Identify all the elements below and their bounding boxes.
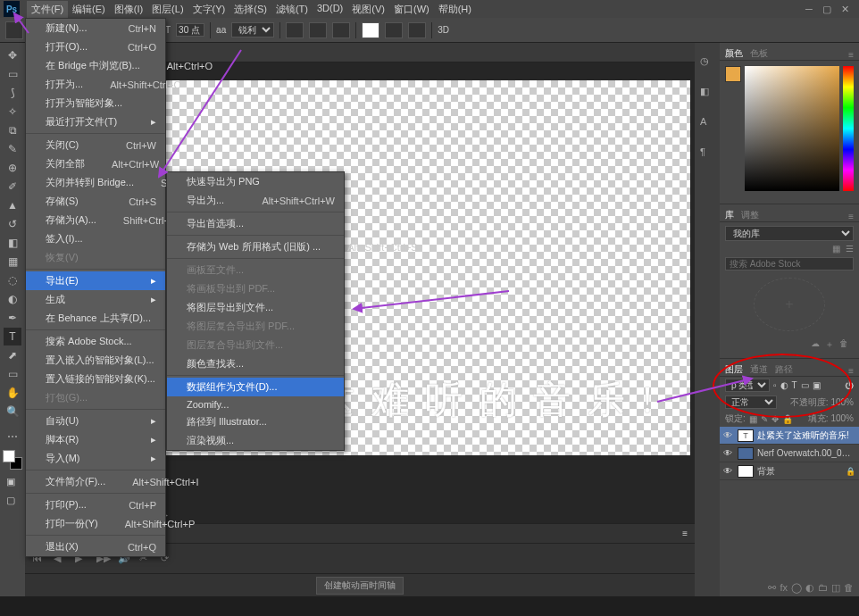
lib-cloud-icon[interactable]: ☁ xyxy=(811,338,820,351)
library-select[interactable]: 我的库 xyxy=(725,226,854,241)
zoom-tool[interactable]: 🔍 xyxy=(4,403,21,420)
lock-transparent-icon[interactable]: ▦ xyxy=(749,414,757,424)
menu-item[interactable]: 颜色查找表... xyxy=(167,354,344,373)
fg-color-swatch[interactable] xyxy=(725,66,741,82)
visibility-toggle-icon[interactable]: 👁 xyxy=(723,430,734,440)
menu-item[interactable]: 打开为...Alt+Shift+Ctrl+O xyxy=(26,75,165,94)
layer-filter-type[interactable]: ρ 类型 xyxy=(725,379,770,392)
menu-item[interactable]: 数据组作为文件(D)... xyxy=(167,378,344,396)
layer-row[interactable]: 👁T赴紧关了这难听的音乐! xyxy=(720,427,859,445)
layers-panel-menu-icon[interactable]: ≡ xyxy=(848,366,854,376)
healing-tool[interactable]: ⊕ xyxy=(4,159,21,177)
lib-search-input[interactable] xyxy=(725,257,854,271)
menu-item[interactable]: 脚本(R)▸ xyxy=(26,430,165,449)
filter-pixel-icon[interactable]: ▫ xyxy=(773,380,777,390)
edit-toolbar-icon[interactable]: ⋯ xyxy=(4,428,21,445)
menu-item[interactable]: 最近打开文件(T)▸ xyxy=(26,112,165,131)
properties-panel-icon[interactable]: ◧ xyxy=(700,86,714,100)
menu-item[interactable]: 导出为...Alt+Shift+Ctrl+W xyxy=(167,191,344,210)
paths-tab[interactable]: 路径 xyxy=(775,363,793,376)
layer-name[interactable]: 背景 xyxy=(757,465,842,478)
visibility-toggle-icon[interactable]: 👁 xyxy=(723,466,734,476)
menu-item[interactable]: 关闭并转到 Bridge...Shift+Ctrl+W xyxy=(26,173,165,192)
visibility-toggle-icon[interactable]: 👁 xyxy=(723,448,734,458)
antialias-select[interactable]: 锐利 xyxy=(231,22,274,37)
fill-value[interactable]: 100% xyxy=(830,413,854,423)
rect-marquee-tool[interactable]: ▭ xyxy=(4,65,21,83)
menu-item[interactable]: 打印(P)...Ctrl+P xyxy=(26,495,165,514)
menu-item[interactable]: 导出首选项... xyxy=(167,214,344,233)
menu-编辑[interactable]: 编辑(E) xyxy=(68,1,110,18)
channels-tab[interactable]: 通道 xyxy=(750,363,768,376)
character-panel-button[interactable] xyxy=(408,22,426,38)
gradient-tool[interactable]: ▦ xyxy=(4,253,21,271)
screen-mode-toggle[interactable]: ▢ xyxy=(6,495,19,507)
create-timeline-button[interactable]: 创建帧动画时间轴 xyxy=(316,577,404,595)
menu-item[interactable]: 在 Behance 上共享(D)... xyxy=(26,309,165,328)
menu-item[interactable]: 存储为(A)...Shift+Ctrl+S xyxy=(26,211,165,229)
menu-item[interactable]: 退出(X)Ctrl+Q xyxy=(26,537,165,556)
menu-item[interactable]: 打开为智能对象... xyxy=(26,94,165,112)
rectangle-tool[interactable]: ▭ xyxy=(4,365,21,383)
color-field[interactable] xyxy=(745,66,839,191)
menu-item[interactable]: 渲染视频... xyxy=(167,431,344,450)
menu-文字[interactable]: 文字(Y) xyxy=(188,1,230,18)
menu-滤镜[interactable]: 滤镜(T) xyxy=(271,1,313,18)
color-tab[interactable]: 颜色 xyxy=(725,47,743,60)
align-left-button[interactable] xyxy=(286,22,304,38)
menu-item[interactable]: 在 Bridge 中浏览(B)...Alt+Ctrl+O xyxy=(26,56,165,75)
filter-adj-icon[interactable]: ◐ xyxy=(780,380,788,390)
threeD-button[interactable]: 3D xyxy=(438,25,449,35)
menu-选择[interactable]: 选择(S) xyxy=(229,1,271,18)
link-layers-icon[interactable]: ⚯ xyxy=(768,582,776,594)
tool-preset-icon[interactable] xyxy=(5,21,23,39)
menu-item[interactable]: 将图层导出到文件... xyxy=(167,298,344,317)
lib-panel-menu-icon[interactable]: ≡ xyxy=(848,212,854,221)
lib-add-icon[interactable]: ＋ xyxy=(825,338,834,351)
hue-slider[interactable] xyxy=(843,66,854,191)
menu-图像[interactable]: 图像(I) xyxy=(110,1,147,18)
menu-item[interactable]: 存储为 Web 所用格式 (旧版) ...Alt+Shift+Ctrl+S xyxy=(167,237,344,256)
menu-item[interactable]: 签入(I)... xyxy=(26,229,165,248)
menu-item[interactable]: 新建(N)...Ctrl+N xyxy=(26,19,165,37)
lock-all-icon[interactable]: 🔒 xyxy=(782,414,793,424)
menu-图层[interactable]: 图层(L) xyxy=(147,1,188,18)
filter-text-icon[interactable]: T xyxy=(792,380,797,390)
menu-item[interactable]: 自动(U)▸ xyxy=(26,412,165,430)
menu-item[interactable]: 导入(M)▸ xyxy=(26,449,165,468)
filter-shape-icon[interactable]: ▭ xyxy=(801,380,809,390)
hand-tool[interactable]: ✋ xyxy=(4,384,21,402)
eyedropper-tool[interactable]: ✎ xyxy=(4,140,21,158)
history-panel-icon[interactable]: ◷ xyxy=(700,55,714,70)
character-panel-icon[interactable]: A xyxy=(700,116,714,130)
lib-add-placeholder[interactable]: + xyxy=(754,278,825,331)
layer-group-icon[interactable]: 🗀 xyxy=(818,582,828,594)
menu-item[interactable]: 路径到 Illustrator... xyxy=(167,412,344,431)
filter-toggle[interactable]: ⏻ xyxy=(845,380,854,390)
eraser-tool[interactable]: ◧ xyxy=(4,234,21,252)
menu-视图[interactable]: 视图(V) xyxy=(347,1,389,18)
clone-stamp-tool[interactable]: ▲ xyxy=(4,196,21,214)
color-swatches[interactable] xyxy=(3,450,22,470)
lib-view-list-icon[interactable]: ☰ xyxy=(846,244,854,254)
menu-帮助[interactable]: 帮助(H) xyxy=(434,1,476,18)
layers-tab[interactable]: 图层 xyxy=(725,363,743,376)
blend-mode-select[interactable]: 正常 xyxy=(725,395,777,409)
menu-item[interactable]: 存储(S)Ctrl+S xyxy=(26,192,165,211)
menu-item[interactable]: 打开(O)...Ctrl+O xyxy=(26,37,165,56)
brush-tool[interactable]: ✐ xyxy=(4,178,21,196)
menu-item[interactable]: 打印一份(Y)Alt+Shift+Ctrl+P xyxy=(26,514,165,533)
menu-item[interactable]: 关闭全部Alt+Ctrl+W xyxy=(26,154,165,173)
layer-name[interactable]: 赴紧关了这难听的音乐! xyxy=(757,429,855,442)
magic-wand-tool[interactable]: ✧ xyxy=(4,103,21,121)
lasso-tool[interactable]: ⟆ xyxy=(4,84,21,102)
opacity-value[interactable]: 100% xyxy=(830,397,854,407)
maximize-button[interactable]: ▢ xyxy=(821,4,832,14)
adjustment-layer-icon[interactable]: ◐ xyxy=(805,582,814,594)
delete-layer-icon[interactable]: 🗑 xyxy=(844,582,854,594)
warp-text-button[interactable] xyxy=(385,22,403,38)
layer-mask-icon[interactable]: ◯ xyxy=(791,582,802,594)
layer-fx-icon[interactable]: fx xyxy=(780,582,788,594)
layer-row[interactable]: 👁Nerf Overwatch.00_00_2... xyxy=(720,445,859,462)
quick-mask-toggle[interactable]: ▣ xyxy=(6,476,19,488)
